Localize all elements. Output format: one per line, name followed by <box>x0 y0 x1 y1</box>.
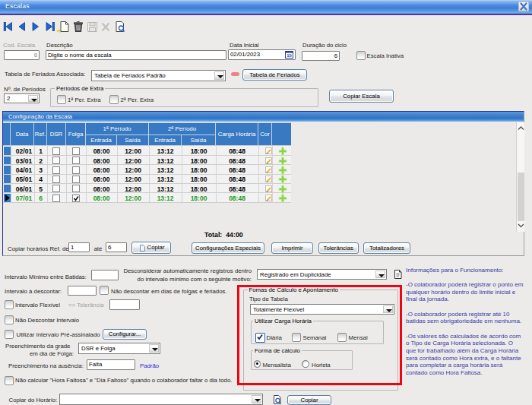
svg-text:15: 15 <box>287 53 292 58</box>
